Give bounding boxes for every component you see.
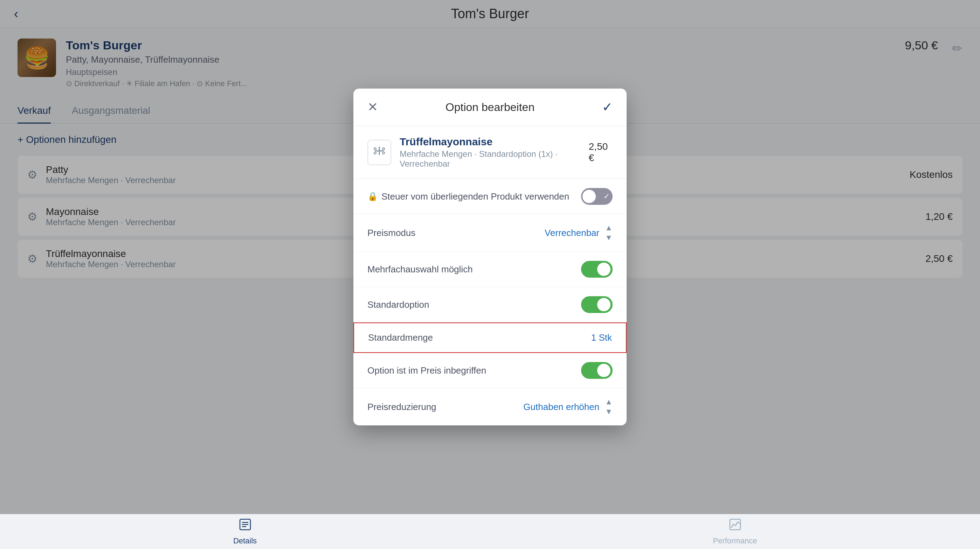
modal-overlay: ✕ Option bearbeiten ✓ Trüffe	[0, 0, 980, 514]
modal-row-preismodus[interactable]: Preismodus Verrechenbar ▲ ▼	[353, 214, 627, 252]
preisreduzierung-value: Guthaben erhöhen	[523, 401, 599, 413]
performance-icon	[729, 518, 742, 534]
toggle-knob	[582, 190, 596, 203]
toggle-check-icon: ✓	[603, 265, 610, 274]
modal-item-icon	[368, 140, 391, 165]
modal-row-standardoption-label: Standardoption	[368, 299, 429, 310]
modal-item-name: Trüffelmayonnaise	[399, 136, 581, 148]
toggle-check-icon: ✓	[603, 192, 610, 201]
svg-point-10	[382, 152, 385, 154]
modal-row-standardoption: Standardoption ✓	[353, 287, 627, 322]
modal-close-button[interactable]: ✕	[368, 100, 378, 114]
toggle-bg[interactable]: ✓	[581, 296, 612, 313]
toggle-bg[interactable]: ✓	[581, 261, 612, 278]
modal-row-preis-label: Option ist im Preis inbegriffen	[368, 365, 486, 376]
modal-option-edit: ✕ Option bearbeiten ✓ Trüffe	[353, 89, 627, 425]
modal-row-tax: 🔒 Steuer vom überliegenden Produkt verwe…	[353, 179, 627, 214]
modal-row-preismodus-label: Preismodus	[368, 228, 415, 238]
modal-row-preis-inbegriffen: Option ist im Preis inbegriffen ✓	[353, 353, 627, 388]
preismodus-value: Verrechenbar	[545, 228, 599, 238]
modal-header: ✕ Option bearbeiten ✓	[353, 89, 627, 126]
standardoption-toggle[interactable]: ✓	[581, 296, 612, 313]
svg-point-7	[374, 148, 376, 150]
nav-details[interactable]: Details	[0, 518, 490, 546]
modal-row-preisreduzierung-label: Preisreduzierung	[368, 401, 436, 413]
preisreduzierung-spinner[interactable]: ▲ ▼	[605, 397, 612, 416]
modal-item-preview: Trüffelmayonnaise Mehrfache Mengen · Sta…	[353, 126, 627, 179]
modal-row-mehrfach-label: Mehrfachauswahl möglich	[368, 264, 473, 275]
modal-row-mehrfach: Mehrfachauswahl möglich ✓	[353, 252, 627, 287]
standardmenge-value: 1 Stk	[591, 332, 612, 343]
nav-performance-label: Performance	[713, 536, 757, 546]
modal-row-standardmenge[interactable]: Standardmenge 1 Stk	[353, 322, 627, 353]
svg-point-8	[374, 152, 376, 154]
modal-row-preisreduzierung[interactable]: Preisreduzierung Guthaben erhöhen ▲ ▼	[353, 388, 627, 425]
preis-toggle[interactable]: ✓	[581, 362, 612, 379]
nav-details-label: Details	[233, 536, 257, 546]
mehrfach-toggle[interactable]: ✓	[581, 261, 612, 278]
toggle-bg[interactable]: ✓	[581, 188, 612, 205]
lock-icon: 🔒	[368, 192, 378, 202]
modal-title: Option bearbeiten	[445, 101, 535, 114]
modal-confirm-button[interactable]: ✓	[602, 100, 612, 114]
nav-performance[interactable]: Performance	[490, 518, 980, 546]
details-icon	[239, 518, 252, 534]
svg-point-9	[382, 148, 385, 150]
modal-item-price: 2,50 €	[589, 141, 612, 163]
modal-row-tax-label: 🔒 Steuer vom überliegenden Produkt verwe…	[368, 191, 569, 202]
toggle-check-icon: ✓	[603, 366, 610, 375]
tax-toggle[interactable]: ✓	[581, 188, 612, 205]
preismodus-spinner[interactable]: ▲ ▼	[605, 224, 612, 242]
toggle-check-icon: ✓	[603, 300, 610, 309]
modal-row-standardmenge-label: Standardmenge	[368, 332, 433, 343]
toggle-bg[interactable]: ✓	[581, 362, 612, 379]
modal-item-sub: Mehrfache Mengen · Standardoption (1x) ·…	[399, 149, 581, 169]
bottom-nav: Details Performance	[0, 514, 980, 549]
svg-rect-4	[730, 519, 740, 530]
